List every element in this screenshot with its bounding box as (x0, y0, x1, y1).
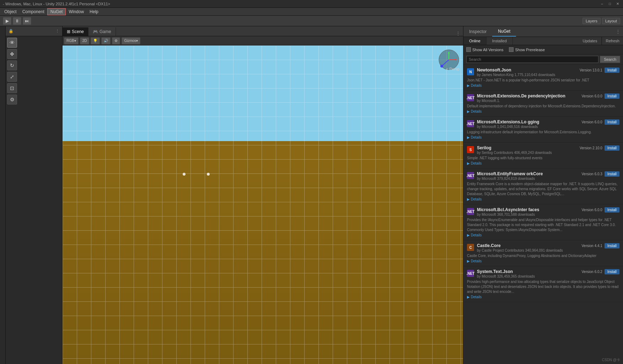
show-prerelease-row: Show Prerelease (509, 47, 545, 52)
main-layout: 🔒 ⋮ 👁 ✥ ↻ ⤢ ⊡ ⚙ ⊞ Scene 🎮 Game ⋮ (0, 26, 623, 364)
package-version-4: Version 6.0.3 (582, 172, 602, 176)
display-rgb-btn[interactable]: RGB▾ (64, 37, 79, 44)
close-button[interactable]: ✕ (615, 1, 620, 6)
menu-component[interactable]: Component (20, 9, 47, 15)
persp-label: < Persp (446, 67, 460, 71)
inspector-more-icon[interactable]: ⋮ (55, 29, 59, 33)
show-all-versions-checkbox[interactable] (466, 47, 471, 52)
nuget-tab-installed[interactable]: Installed (487, 37, 513, 45)
show-prerelease-checkbox[interactable] (509, 47, 514, 52)
install-button-7[interactable]: Install (605, 269, 619, 274)
package-desc-5: Provides the IAsyncEnumerable and IAsync… (467, 218, 619, 232)
menu-window[interactable]: Window (66, 9, 87, 15)
tab-game[interactable]: 🎮 Game (88, 27, 116, 36)
nuget-tab-updates[interactable]: Updates (578, 37, 602, 45)
install-button-3[interactable]: Install (605, 145, 619, 151)
package-item-0[interactable]: N Newtonsoft.Json Version 13.0.1 Install… (463, 65, 623, 91)
fx-btn[interactable]: ⚙ (112, 37, 120, 44)
tool-scale[interactable]: ⤢ (7, 72, 17, 82)
scene-tab-label: Scene (72, 29, 84, 34)
package-item-3[interactable]: S Serilog Version 2.10.0 Install by Seri… (463, 143, 623, 168)
nuget-search-button[interactable]: Search (600, 56, 620, 63)
package-details-2[interactable]: ▶ Details (467, 135, 619, 139)
show-prerelease-label: Show Prerelease (515, 48, 545, 52)
tool-rect[interactable]: ⊡ (7, 83, 17, 93)
install-button-0[interactable]: Install (605, 68, 619, 73)
package-item-5[interactable]: .NET Microsoft.Bcl.AsyncInter faces Vers… (463, 204, 623, 240)
tool-buttons: 👁 ✥ ↻ ⤢ ⊡ ⚙ (6, 36, 62, 107)
package-details-0[interactable]: ▶ Details (467, 84, 619, 87)
tool-rotate[interactable]: ↻ (7, 60, 17, 70)
package-desc-4: Entity Framework Core is a modern object… (467, 182, 619, 197)
package-name-6: Castle.Core (477, 243, 501, 248)
lighting-btn[interactable]: 💡 (91, 37, 100, 44)
package-item-1[interactable]: .NET Microsoft.Extensions.De pendencyInj… (463, 91, 623, 117)
package-icon-2: .NET (467, 120, 474, 127)
package-details-1[interactable]: ▶ Details (467, 109, 619, 113)
package-version-5: Version 6.0.0 (582, 208, 602, 212)
package-details-7[interactable]: ▶ Details (467, 295, 619, 299)
package-icon-3: S (467, 146, 474, 153)
pause-button[interactable]: ⏸ (13, 17, 21, 25)
package-by-0: by James Newton-King 1,775,110,643 downl… (477, 73, 619, 77)
scene-area: ⊞ Scene 🎮 Game ⋮ RGB▾ 2D 💡 🔊 ⚙ Gizmos▾ (63, 26, 463, 364)
nuget-search-input[interactable] (466, 56, 598, 63)
package-name-3: Serilog (477, 145, 492, 150)
menu-help[interactable]: Help (87, 9, 101, 15)
scene-more-icon[interactable]: ⋮ (456, 31, 460, 36)
package-by-2: by Microsoft 1,041,048,516 downloads (477, 125, 619, 129)
package-item-7[interactable]: .NET System.Text.Json Version 6.0.2 Inst… (463, 266, 623, 302)
package-details-4[interactable]: ▶ Details (467, 197, 619, 201)
game-tab-label: Game (100, 29, 111, 34)
tool-move[interactable]: ✥ (7, 49, 17, 59)
package-name-7: System.Text.Json (477, 269, 513, 274)
title-text: - Windows, Mac, Linux - Unity 2021.2.4f1… (3, 2, 110, 6)
install-button-1[interactable]: Install (605, 93, 619, 99)
svg-point-6 (440, 65, 443, 68)
install-button-2[interactable]: Install (605, 119, 619, 125)
package-desc-3: Simple .NET logging with fully-structure… (467, 156, 619, 161)
package-icon-7: .NET (467, 270, 474, 277)
refresh-button[interactable]: Refresh (602, 37, 623, 45)
tab-nuget[interactable]: NuGet (492, 27, 516, 37)
audio-btn[interactable]: 🔊 (101, 37, 111, 44)
gizmos-btn[interactable]: Gizmos▾ (122, 37, 140, 44)
package-icon-1: .NET (467, 94, 474, 101)
package-by-3: by Serilog Contributors 406,469,243 down… (477, 151, 619, 155)
package-version-2: Version 6.0.0 (582, 120, 602, 124)
install-button-4[interactable]: Install (605, 171, 619, 177)
minimize-button[interactable]: – (600, 1, 605, 6)
package-details-3[interactable]: ▶ Details (467, 161, 619, 165)
tool-view[interactable]: 👁 (7, 38, 17, 48)
package-item-4[interactable]: .NET Microsoft.EntityFramew orkCore Vers… (463, 168, 623, 204)
right-panel-more-icon[interactable]: ⋮ (616, 29, 620, 34)
tool-custom[interactable]: ⚙ (7, 95, 17, 105)
package-icon-0: N (467, 68, 474, 75)
package-item-6[interactable]: C Castle.Core Version 4.4.1 Install by C… (463, 240, 623, 266)
play-button[interactable]: ▶ (3, 17, 11, 25)
menu-nuget[interactable]: NuGet (47, 8, 66, 15)
package-icon-5: .NET (467, 208, 474, 215)
package-details-5[interactable]: ▶ Details (467, 233, 619, 237)
nuget-tab-online[interactable]: Online (463, 37, 487, 45)
package-details-6[interactable]: ▶ Details (467, 259, 619, 263)
tab-inspector[interactable]: Inspector (463, 27, 492, 36)
display-2d-btn[interactable]: 2D (80, 37, 90, 44)
layers-dropdown[interactable]: Layers (582, 18, 601, 24)
package-version-3: Version 2.10.0 (580, 146, 602, 150)
menu-object[interactable]: Object (1, 9, 20, 15)
package-icon-6: C (467, 244, 474, 251)
package-by-1: by Microsoft.1. (477, 99, 619, 103)
package-item-2[interactable]: .NET Microsoft.Extensions.Lo gging Versi… (463, 117, 623, 143)
layout-dropdown[interactable]: Layout (602, 18, 620, 24)
step-button[interactable]: ⏭ (23, 17, 31, 25)
install-button-5[interactable]: Install (605, 207, 619, 213)
package-by-7: by Microsoft 326,459,365 downloads (477, 274, 619, 278)
package-desc-0: Json.NET - Json.NET is a popular high-pe… (467, 78, 619, 83)
show-all-versions-row: Show All Versions (466, 47, 503, 52)
maximize-button[interactable]: □ (607, 1, 612, 6)
scene-canvas: < Persp (63, 46, 463, 364)
package-name-0: Newtonsoft.Json (477, 68, 511, 73)
install-button-6[interactable]: Install (605, 243, 619, 248)
tab-scene[interactable]: ⊞ Scene (63, 27, 88, 36)
